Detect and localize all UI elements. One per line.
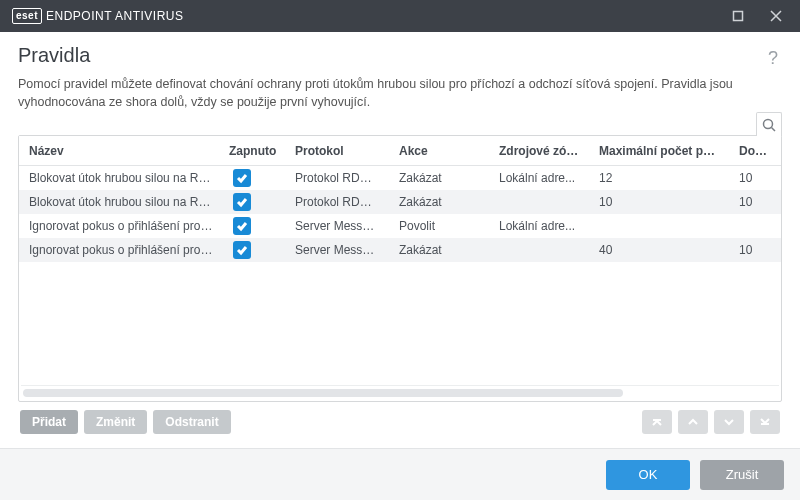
cell-protocol: Protokol RDP ...	[285, 167, 389, 189]
square-icon	[732, 10, 744, 22]
page-description: Pomocí pravidel můžete definovat chování…	[18, 75, 782, 111]
cell-max-attempts	[589, 222, 729, 230]
cell-max-attempts: 40	[589, 239, 729, 261]
search-button[interactable]	[756, 112, 782, 136]
chevron-top-icon	[651, 416, 663, 428]
table-row[interactable]: Ignorovat pokus o přihlášení prostř...Se…	[19, 214, 781, 238]
cell-max-attempts: 10	[589, 191, 729, 213]
chevron-down-icon	[723, 416, 735, 428]
col-max-attempts[interactable]: Maximální počet pokusů	[589, 136, 729, 165]
cell-protocol: Server Messa...	[285, 239, 389, 261]
dialog-footer: OK Zrušit	[0, 448, 800, 500]
cell-protocol: Protokol RDP ...	[285, 191, 389, 213]
cell-enabled	[225, 189, 285, 215]
minimize-button[interactable]	[722, 4, 754, 28]
move-bottom-button[interactable]	[750, 410, 780, 434]
svg-point-1	[764, 119, 773, 128]
close-button[interactable]	[760, 4, 792, 28]
table-row[interactable]: Ignorovat pokus o přihlášení prostř...Se…	[19, 238, 781, 262]
cell-retention: 10	[729, 191, 781, 213]
table-header: Název Zapnuto Protokol Akce Zdrojové zón…	[19, 136, 781, 166]
cell-protocol: Server Messa...	[285, 215, 389, 237]
check-icon	[236, 172, 248, 184]
move-down-button[interactable]	[714, 410, 744, 434]
panel-toolbar: Přidat Změnit Odstranit	[18, 402, 782, 434]
enabled-checkbox[interactable]	[233, 169, 251, 187]
close-icon	[770, 10, 782, 22]
content: Pravidla ? Pomocí pravidel můžete defino…	[0, 32, 800, 448]
svg-rect-0	[734, 12, 743, 21]
cell-retention: 10	[729, 239, 781, 261]
table-row[interactable]: Blokovat útok hrubou silou na RDP...Prot…	[19, 190, 781, 214]
col-name[interactable]: Název	[19, 136, 225, 165]
page-title: Pravidla	[18, 44, 764, 67]
cell-action: Povolit	[389, 215, 489, 237]
brand-logo: eset	[12, 8, 42, 24]
table-body: Blokovat útok hrubou silou na RDP...Prot…	[19, 166, 781, 385]
cell-name: Ignorovat pokus o přihlášení prostř...	[19, 215, 225, 237]
cell-source-zones: Lokální adre...	[489, 215, 589, 237]
check-icon	[236, 244, 248, 256]
heading-row: Pravidla ?	[18, 42, 782, 75]
cell-enabled	[225, 166, 285, 191]
chevron-up-icon	[687, 416, 699, 428]
enabled-checkbox[interactable]	[233, 193, 251, 211]
horizontal-scrollbar[interactable]	[21, 385, 779, 399]
cell-retention: 10	[729, 167, 781, 189]
cell-enabled	[225, 237, 285, 263]
brand-product: ENDPOINT ANTIVIRUS	[46, 9, 183, 23]
scrollbar-thumb[interactable]	[23, 389, 623, 397]
search-icon	[762, 118, 776, 132]
rules-panel: Název Zapnuto Protokol Akce Zdrojové zón…	[18, 135, 782, 402]
titlebar: eset ENDPOINT ANTIVIRUS	[0, 0, 800, 32]
cell-name: Blokovat útok hrubou silou na RDP...	[19, 167, 225, 189]
chevron-bottom-icon	[759, 416, 771, 428]
col-protocol[interactable]: Protokol	[285, 136, 389, 165]
cancel-button[interactable]: Zrušit	[700, 460, 784, 490]
cell-action: Zakázat	[389, 167, 489, 189]
cell-source-zones	[489, 198, 589, 206]
col-action[interactable]: Akce	[389, 136, 489, 165]
enabled-checkbox[interactable]	[233, 241, 251, 259]
check-icon	[236, 196, 248, 208]
enabled-checkbox[interactable]	[233, 217, 251, 235]
table-row[interactable]: Blokovat útok hrubou silou na RDP...Prot…	[19, 166, 781, 190]
delete-button[interactable]: Odstranit	[153, 410, 230, 434]
cell-max-attempts: 12	[589, 167, 729, 189]
cell-action: Zakázat	[389, 191, 489, 213]
move-top-button[interactable]	[642, 410, 672, 434]
brand: eset ENDPOINT ANTIVIRUS	[12, 8, 183, 24]
cell-retention	[729, 222, 781, 230]
ok-button[interactable]: OK	[606, 460, 690, 490]
col-retention[interactable]: Doba uchováv...	[729, 136, 781, 165]
col-enabled[interactable]: Zapnuto	[225, 136, 285, 165]
help-icon[interactable]: ?	[764, 44, 782, 73]
cell-name: Blokovat útok hrubou silou na RDP...	[19, 191, 225, 213]
cell-name: Ignorovat pokus o přihlášení prostř...	[19, 239, 225, 261]
cell-action: Zakázat	[389, 239, 489, 261]
cell-enabled	[225, 213, 285, 239]
cell-source-zones	[489, 246, 589, 254]
add-button[interactable]: Přidat	[20, 410, 78, 434]
cell-source-zones: Lokální adre...	[489, 167, 589, 189]
window-buttons	[722, 4, 792, 28]
col-source-zones[interactable]: Zdrojové zóny	[489, 136, 589, 165]
edit-button[interactable]: Změnit	[84, 410, 147, 434]
check-icon	[236, 220, 248, 232]
move-up-button[interactable]	[678, 410, 708, 434]
